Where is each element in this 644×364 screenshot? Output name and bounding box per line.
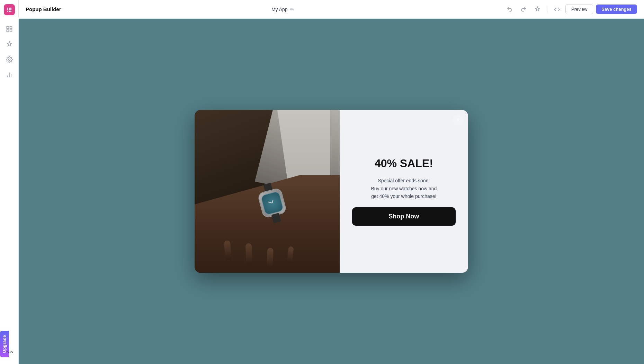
svg-point-4 (8, 59, 10, 61)
header: Popup Builder My App ✏ (19, 0, 644, 19)
header-divider (547, 6, 547, 13)
header-center: My App ✏ (61, 7, 504, 12)
popup-desc-line3: get 40% your whole purchase! (371, 193, 436, 199)
sidebar-item-settings[interactable] (2, 53, 16, 67)
popup-modal: 40% SALE! Special offer ends soon! Buy o… (195, 110, 468, 273)
header-app-name: My App (271, 7, 288, 12)
popup-sale-title: 40% SALE! (375, 157, 433, 170)
image-overlay (195, 110, 345, 273)
code-button[interactable] (552, 4, 563, 15)
edit-icon[interactable]: ✏ (290, 7, 294, 12)
redo-button[interactable] (518, 4, 529, 15)
svg-rect-1 (10, 27, 12, 29)
sidebar-item-grid[interactable] (2, 22, 16, 36)
svg-rect-3 (10, 30, 12, 32)
popup-image (195, 110, 345, 273)
popup-description: Special offer ends soon! Buy our new wat… (371, 177, 437, 200)
header-actions: Preview Save changes (504, 4, 637, 15)
sidebar-item-analytics[interactable] (2, 68, 16, 82)
svg-rect-0 (7, 27, 9, 29)
pin-button[interactable] (532, 4, 543, 15)
sidebar: Upgrade (0, 0, 19, 364)
sidebar-item-pin[interactable] (2, 37, 16, 51)
popup-close-button[interactable]: × (453, 115, 463, 125)
popup-desc-line1: Special offer ends soon! (378, 178, 430, 183)
app-logo[interactable] (4, 4, 15, 15)
shop-now-button[interactable]: Shop Now (352, 207, 456, 226)
canvas-area: 40% SALE! Special offer ends soon! Buy o… (19, 19, 644, 364)
preview-button[interactable]: Preview (565, 4, 593, 14)
save-button[interactable]: Save changes (596, 5, 637, 14)
main-area: Popup Builder My App ✏ (19, 0, 644, 364)
svg-rect-2 (7, 30, 9, 32)
brand-icon (2, 345, 16, 359)
undo-button[interactable] (504, 4, 515, 15)
header-title: Popup Builder (26, 6, 61, 12)
popup-desc-line2: Buy our new watches now and (371, 186, 437, 191)
popup-content-panel: 40% SALE! Special offer ends soon! Buy o… (340, 110, 468, 273)
